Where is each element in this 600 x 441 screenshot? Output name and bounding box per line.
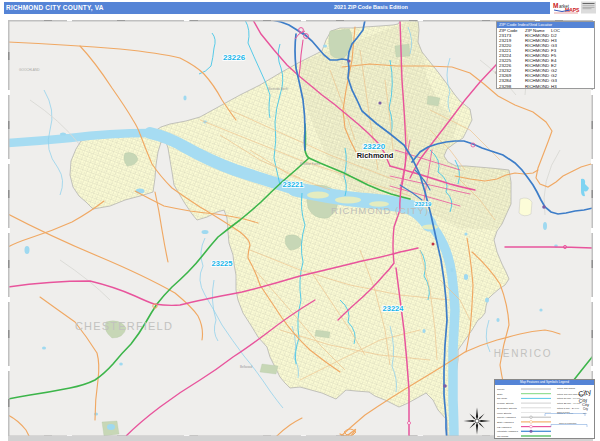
svg-text:Toll Roads: Toll Roads xyxy=(497,435,509,438)
svg-text:M: M xyxy=(553,2,558,9)
svg-text:Scale of Miles: Scale of Miles xyxy=(557,411,569,413)
svg-text:Glenside North: Glenside North xyxy=(268,87,288,91)
svg-text:Richmond: Richmond xyxy=(357,151,394,160)
svg-text:Cities 25,000 - 49,999: Cities 25,000 - 49,999 xyxy=(557,402,581,405)
svg-text:ZIP Code: ZIP Code xyxy=(497,397,508,400)
svg-text:Cities and Towns: Cities and Towns xyxy=(557,387,576,390)
svg-text:23224: 23224 xyxy=(383,304,405,313)
svg-text:23219: 23219 xyxy=(415,201,432,207)
svg-text:Primary Streets: Primary Streets xyxy=(497,402,514,405)
svg-text:City: City xyxy=(583,407,588,411)
svg-text:Cities 5,000 - 24,999: Cities 5,000 - 24,999 xyxy=(557,407,580,410)
svg-text:MAPS: MAPS xyxy=(565,7,580,13)
svg-text:Minor Streets: Minor Streets xyxy=(497,412,512,415)
svg-text:Interstate Highways: Interstate Highways xyxy=(497,430,519,433)
svg-text:US Highways: US Highways xyxy=(497,426,512,429)
svg-text:23226: 23226 xyxy=(223,53,246,62)
svg-text:State Highways: State Highways xyxy=(497,421,514,424)
svg-text:County Highways: County Highways xyxy=(497,416,516,419)
svg-text:GOOCHLAND: GOOCHLAND xyxy=(19,68,40,72)
svg-text:Scale of Kilometers: Scale of Kilometers xyxy=(559,422,576,424)
svg-text:Bellwood: Bellwood xyxy=(240,365,253,369)
svg-text:23225: 23225 xyxy=(212,259,233,268)
svg-text:Secondary Streets: Secondary Streets xyxy=(497,407,517,410)
svg-text:County: County xyxy=(497,388,505,391)
svg-text:State: State xyxy=(497,393,503,396)
svg-text:CHESTERFIELD: CHESTERFIELD xyxy=(75,320,173,332)
svg-text:23221: 23221 xyxy=(283,180,304,189)
svg-text:Windsor Farms: Windsor Farms xyxy=(300,162,321,166)
svg-text:HENRICO: HENRICO xyxy=(494,348,553,359)
svg-text:23220: 23220 xyxy=(363,142,386,151)
